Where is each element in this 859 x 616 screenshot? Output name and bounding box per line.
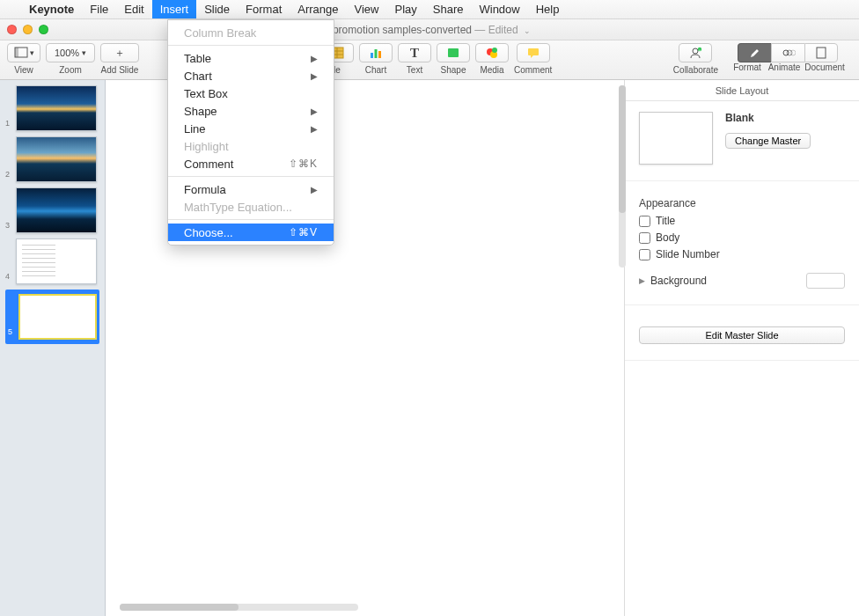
menu-item-choose[interactable]: Choose...⇧⌘V	[168, 224, 334, 241]
menu-format[interactable]: Format	[238, 0, 290, 18]
menu-item-mathtype: MathType Equation...	[168, 198, 334, 216]
inspector-title: Slide Layout	[625, 80, 859, 101]
slide-thumbnail[interactable]: 1	[5, 85, 99, 131]
vertical-scrollbar[interactable]	[619, 85, 626, 268]
menu-slide[interactable]: Slide	[196, 0, 238, 18]
slide-thumb-image	[16, 187, 97, 233]
background-disclosure[interactable]: ▶ Background	[639, 273, 845, 289]
fullscreen-window-button[interactable]	[39, 25, 48, 34]
shape-icon	[446, 46, 460, 60]
slide-thumbnail-selected[interactable]: 5	[5, 290, 99, 344]
toolbar-chart[interactable]: Chart	[359, 43, 393, 75]
horizontal-scrollbar[interactable]	[120, 604, 358, 611]
slide-thumbnail[interactable]: 4	[5, 238, 99, 284]
minimize-window-button[interactable]	[23, 25, 33, 34]
menu-separator	[168, 219, 334, 220]
svg-rect-21	[817, 48, 826, 58]
body-checkbox[interactable]	[639, 232, 650, 244]
svg-point-20	[790, 50, 796, 55]
menu-edit[interactable]: Edit	[116, 0, 151, 18]
toolbar-collaborate[interactable]: + Collaborate	[673, 43, 718, 75]
submenu-arrow-icon: ▶	[311, 71, 318, 81]
title-checkbox-row[interactable]: Title	[639, 215, 845, 227]
toolbar-format[interactable]	[738, 43, 771, 62]
submenu-arrow-icon: ▶	[311, 54, 318, 63]
toolbar-add-slide-label: Add Slide	[101, 65, 139, 75]
traffic-lights	[7, 25, 48, 34]
brush-icon	[748, 46, 762, 60]
svg-point-12	[492, 48, 497, 53]
background-color-swatch[interactable]	[806, 273, 845, 289]
menu-share[interactable]: Share	[425, 0, 472, 18]
menu-item-comment[interactable]: Comment⇧⌘K	[168, 155, 334, 172]
toolbar-zoom-label: Zoom	[59, 65, 82, 75]
menu-separator	[168, 176, 334, 177]
menu-item-formula[interactable]: Formula▶	[168, 180, 334, 198]
svg-rect-7	[375, 49, 378, 58]
svg-point-15	[693, 48, 698, 54]
svg-rect-13	[528, 48, 539, 55]
svg-rect-9	[448, 48, 459, 57]
edit-master-slide-button[interactable]: Edit Master Slide	[639, 326, 845, 344]
menu-view[interactable]: View	[347, 0, 387, 18]
media-icon	[485, 46, 499, 60]
svg-rect-6	[371, 53, 373, 58]
toolbar-media[interactable]: Media	[475, 43, 509, 75]
menu-insert[interactable]: Insert	[152, 0, 197, 18]
document-icon	[814, 46, 828, 60]
disclosure-triangle-icon: ▶	[639, 276, 645, 285]
toolbar-inspector-segment: Format Animate Document	[729, 43, 847, 72]
svg-rect-1	[15, 48, 18, 57]
toolbar-animate[interactable]	[771, 43, 804, 62]
menu-app[interactable]: Keynote	[21, 0, 82, 18]
slide-thumb-image	[16, 238, 97, 284]
menu-item-shape[interactable]: Shape▶	[168, 102, 334, 120]
menu-item-chart[interactable]: Chart▶	[168, 67, 334, 84]
toolbar-document[interactable]	[804, 43, 838, 62]
menu-file[interactable]: File	[82, 0, 116, 18]
scrollbar-knob[interactable]	[619, 85, 626, 213]
document-name: promotion samples-converted	[333, 24, 472, 36]
toolbar-text[interactable]: T Text	[398, 43, 431, 75]
document-status: Edited	[488, 24, 518, 36]
menu-window[interactable]: Window	[471, 0, 527, 18]
toolbar-shape[interactable]: Shape	[437, 43, 470, 75]
slide-number-checkbox[interactable]	[639, 249, 650, 260]
menu-item-line[interactable]: Line▶	[168, 120, 334, 137]
slide-number-checkbox-row[interactable]: Slide Number	[639, 248, 845, 260]
appearance-section-label: Appearance	[639, 197, 845, 209]
toolbar-view[interactable]: ▾ View	[7, 43, 40, 75]
main-area: 1 2 3 4 5 Slide Layout Blank Change Mast…	[0, 80, 859, 616]
submenu-arrow-icon: ▶	[311, 124, 318, 134]
svg-text:+: +	[699, 48, 701, 52]
toolbar-view-label: View	[14, 65, 33, 75]
close-window-button[interactable]	[7, 25, 17, 34]
divider	[625, 180, 859, 181]
body-checkbox-row[interactable]: Body	[639, 231, 845, 244]
toolbar: ▾ View 100%▾ Zoom ＋ Add Slide le Chart T…	[0, 40, 859, 80]
toolbar-add-slide[interactable]: ＋ Add Slide	[100, 43, 139, 75]
slide-thumb-image	[18, 294, 97, 340]
toolbar-zoom[interactable]: 100%▾ Zoom	[46, 43, 95, 75]
slide-thumbnail[interactable]: 2	[5, 136, 99, 182]
slide-thumbnail[interactable]: 3	[5, 187, 99, 233]
inspector-panel: Slide Layout Blank Change Master Appeara…	[625, 80, 859, 616]
divider	[625, 304, 859, 305]
scrollbar-knob[interactable]	[120, 604, 239, 611]
slide-navigator[interactable]: 1 2 3 4 5	[0, 80, 106, 616]
change-master-button[interactable]: Change Master	[725, 133, 811, 149]
menu-item-text-box[interactable]: Text Box	[168, 84, 334, 102]
toolbar-comment[interactable]: Comment	[514, 43, 552, 75]
menu-item-table[interactable]: Table▶	[168, 49, 334, 67]
collaborate-icon: +	[688, 46, 702, 60]
menu-help[interactable]: Help	[528, 0, 568, 18]
comment-icon	[526, 46, 540, 60]
menu-arrange[interactable]: Arrange	[290, 0, 346, 18]
svg-rect-8	[378, 51, 381, 58]
title-checkbox[interactable]	[639, 216, 650, 227]
submenu-arrow-icon: ▶	[311, 185, 318, 194]
svg-marker-14	[531, 55, 533, 58]
menu-separator	[168, 45, 334, 46]
menu-play[interactable]: Play	[386, 0, 424, 18]
menubar: Keynote File Edit Insert Slide Format Ar…	[0, 0, 859, 19]
